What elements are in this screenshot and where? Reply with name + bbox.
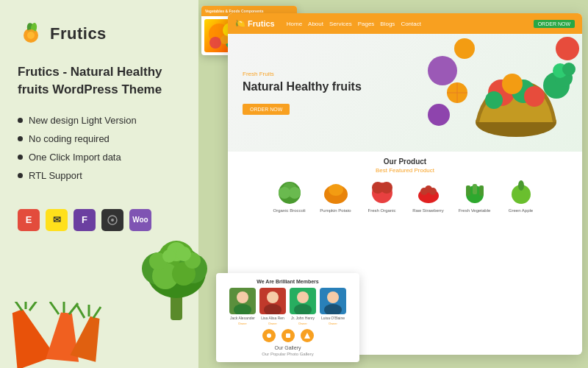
svg-point-9	[142, 252, 174, 285]
member-role-3: Owner	[298, 322, 307, 325]
product-card-4: Raw Strawberry	[408, 178, 448, 213]
team-title: We Are Brilliant Members	[222, 279, 354, 284]
nav-services: Services	[329, 21, 352, 27]
hero-fruits	[420, 34, 582, 152]
svg-point-56	[289, 187, 301, 199]
svg-marker-86	[304, 333, 310, 339]
team-member-2: Lisa Alisa Ren Owner	[259, 288, 286, 325]
products-subtitle: Best Featured Product	[238, 167, 572, 174]
product-card-2: Pumpkin Potato	[315, 178, 356, 213]
team-member-4: Luisa O'Blaine Owner	[320, 288, 346, 325]
ms-header: 🍋 Frutics Home About Services Pages Blog…	[228, 13, 582, 34]
nav-home: Home	[287, 21, 302, 27]
svg-point-55	[279, 187, 290, 199]
product-name-1: Organic Broccoli	[269, 208, 309, 213]
svg-point-84	[267, 333, 271, 338]
member-role-2: Owner	[268, 322, 277, 325]
logo-text: Frutics	[50, 24, 107, 43]
svg-point-13	[172, 262, 196, 286]
svg-point-8	[147, 247, 206, 298]
team-members: Jack Alexander Owner Lisa Alisa Ren Owne…	[222, 288, 354, 325]
ms-hero: Fresh Fruits Natural Healthy fruits ORDE…	[228, 34, 582, 152]
bullet-3	[18, 155, 23, 160]
bullet-4	[18, 173, 23, 178]
ms-nav: Home About Services Pages Blogs Contact	[287, 21, 421, 27]
svg-line-22	[29, 302, 38, 311]
svg-point-61	[381, 182, 392, 194]
nav-pages: Pages	[358, 21, 375, 27]
product-card-3: Fresh Organic	[362, 178, 402, 213]
logo-icon	[18, 21, 44, 47]
team-icons-row	[222, 329, 354, 342]
plugin-icons: E ✉ F Woo	[18, 209, 181, 231]
svg-marker-23	[46, 311, 82, 362]
bullet-1	[18, 118, 23, 123]
right-panel: Vegetables & Foods Components	[198, 0, 588, 368]
svg-point-73	[237, 291, 248, 303]
elementor-icon: E	[18, 209, 40, 231]
svg-line-28	[77, 305, 85, 318]
team-icon-1	[262, 329, 276, 342]
hero-btn[interactable]: ORDER NOW	[243, 104, 290, 115]
product-img-3	[368, 178, 397, 206]
nav-contact: Contact	[401, 21, 421, 27]
product-img-1	[275, 178, 304, 206]
woocommerce-icon: Woo	[129, 209, 151, 231]
avatar-3	[290, 288, 316, 314]
svg-point-4	[27, 32, 35, 39]
svg-point-44	[454, 38, 475, 59]
revolution-icon	[101, 209, 123, 231]
features-list: New design Light Version No coding requi…	[18, 115, 181, 188]
flatsome-icon: F	[74, 209, 96, 231]
left-panel: Frutics Frutics - Natural Healthy fruits…	[0, 0, 198, 368]
svg-point-41	[485, 91, 503, 109]
avatar-2	[259, 288, 286, 314]
product-card-1: Organic Broccoli	[269, 178, 309, 213]
product-img-6	[506, 178, 536, 206]
member-name-1: Jack Alexander	[230, 316, 255, 320]
svg-rect-85	[286, 333, 290, 338]
product-name-2: Pumpkin Potato	[315, 208, 356, 213]
svg-point-18	[176, 247, 191, 261]
svg-point-49	[562, 63, 576, 76]
svg-point-40	[524, 86, 545, 107]
product-name-6: Green Apple	[501, 208, 541, 213]
svg-point-58	[329, 184, 343, 196]
member-name-4: Luisa O'Blaine	[321, 316, 345, 320]
product-img-4	[414, 178, 443, 206]
mailchimp-icon: ✉	[46, 209, 68, 231]
order-btn[interactable]: ORDER NOW	[534, 20, 575, 28]
product-card-5: Fresh Vegetable	[454, 178, 495, 213]
svg-point-15	[167, 242, 186, 261]
logo-area: Frutics	[18, 21, 181, 47]
nav-blogs: Blogs	[380, 21, 395, 27]
team-icon-2	[282, 329, 295, 342]
product-row: Organic Broccoli Pumpkin Potato	[238, 178, 572, 213]
hero-title: Natural Healthy fruits	[243, 79, 362, 95]
svg-line-24	[50, 302, 59, 314]
hero-text: Fresh Fruits Natural Healthy fruits ORDE…	[243, 71, 362, 115]
svg-point-65	[429, 188, 437, 195]
svg-point-14	[149, 252, 167, 270]
product-title: Frutics - Natural Healthy fruits WordPre…	[18, 63, 181, 99]
ms-logo: 🍋 Frutics	[235, 19, 275, 29]
svg-rect-68	[473, 184, 477, 194]
svg-line-20	[13, 302, 22, 311]
svg-point-16	[184, 252, 201, 269]
svg-point-12	[152, 263, 179, 289]
team-member-1: Jack Alexander Owner	[229, 288, 256, 325]
avatar-1	[229, 288, 256, 314]
product-name-5: Fresh Vegetable	[454, 208, 495, 213]
team-screenshot: We Are Brilliant Members Jack Alexander …	[216, 273, 359, 362]
member-role-4: Owner	[329, 322, 337, 325]
products-title: Our Product	[238, 158, 572, 166]
svg-rect-69	[479, 185, 484, 196]
svg-marker-27	[70, 314, 103, 361]
feature-item-3: One Click Import data	[18, 152, 181, 163]
svg-point-46	[428, 104, 450, 126]
team-member-3: Jr. John Henry Owner	[290, 288, 316, 325]
product-card-6: Green Apple	[501, 178, 541, 213]
product-name-3: Fresh Organic	[362, 208, 402, 213]
svg-point-42	[428, 56, 457, 85]
svg-point-79	[297, 291, 309, 303]
